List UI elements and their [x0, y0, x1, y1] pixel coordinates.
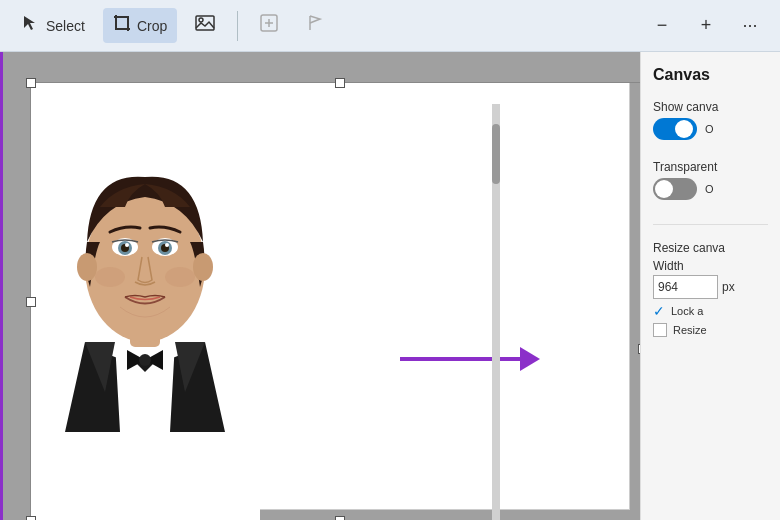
zoom-in-button[interactable]: + [688, 8, 724, 44]
select-label: Select [46, 18, 85, 34]
resize-canvas-label: Resize canva [653, 241, 768, 255]
scrollbar-thumb[interactable] [492, 124, 500, 184]
svg-point-3 [199, 18, 203, 22]
width-label: Width [653, 259, 768, 273]
zoom-in-icon: + [701, 15, 712, 36]
face-svg [45, 112, 245, 492]
show-canvas-toggle-row: O [653, 118, 768, 140]
person-image [30, 82, 260, 520]
section-divider [653, 224, 768, 225]
image-tool[interactable] [185, 8, 225, 43]
transparent-toggle-row: O [653, 178, 768, 200]
zoom-out-button[interactable]: − [644, 8, 680, 44]
arrow-head [520, 347, 540, 371]
svg-point-13 [193, 253, 213, 281]
svg-point-20 [125, 243, 129, 247]
width-input[interactable] [653, 275, 718, 299]
flag-tool[interactable] [296, 8, 334, 43]
svg-point-9 [139, 354, 151, 366]
crop-tool[interactable]: Crop [103, 8, 177, 43]
sticker-tool[interactable] [250, 8, 288, 43]
transparent-section: Transparent O [653, 160, 768, 208]
panel-title: Canvas [653, 66, 768, 84]
right-panel: Canvas Show canva O Transparent O Resize… [640, 52, 780, 520]
svg-point-23 [165, 267, 195, 287]
width-field-row: px [653, 275, 768, 299]
handle-bottom-center[interactable] [335, 516, 345, 520]
sticker-icon [260, 14, 278, 37]
arrow-container [400, 347, 540, 371]
arrow-target-handle[interactable] [638, 344, 640, 354]
toolbar: Select Crop [0, 0, 780, 52]
select-icon [22, 14, 40, 37]
width-unit: px [722, 280, 735, 294]
flag-icon [306, 14, 324, 37]
svg-rect-2 [196, 16, 214, 30]
main-area: Canvas Show canva O Transparent O Resize… [0, 52, 780, 520]
svg-point-21 [165, 243, 169, 247]
svg-rect-1 [116, 17, 128, 29]
zoom-out-icon: − [657, 15, 668, 36]
image-icon [195, 14, 215, 37]
show-canvas-label: Show canva [653, 100, 768, 114]
resize-checkbox[interactable] [653, 323, 667, 337]
show-canvas-toggle[interactable] [653, 118, 697, 140]
transparent-knob [655, 180, 673, 198]
scrollbar[interactable] [492, 104, 500, 520]
transparent-off-label: O [705, 183, 714, 195]
face-container [30, 82, 260, 520]
svg-point-12 [77, 253, 97, 281]
resize-canvas-section: Resize canva Width px ✓ Lock a Resize [653, 241, 768, 337]
more-button[interactable]: ··· [732, 8, 768, 44]
select-tool[interactable]: Select [12, 8, 95, 43]
transparent-label: Transparent [653, 160, 768, 174]
show-canvas-section: Show canva O [653, 100, 768, 148]
svg-marker-0 [24, 16, 35, 30]
show-canvas-knob [675, 120, 693, 138]
canvas-area[interactable] [0, 52, 640, 520]
crop-icon [113, 14, 131, 37]
toolbar-right: − + ··· [644, 8, 768, 44]
svg-point-22 [95, 267, 125, 287]
transparent-toggle[interactable] [653, 178, 697, 200]
show-canvas-on-label: O [705, 123, 714, 135]
resize-label-text: Resize [673, 324, 707, 336]
crop-label: Crop [137, 18, 167, 34]
lock-row: ✓ Lock a [653, 303, 768, 319]
divider-1 [237, 11, 238, 41]
check-icon: ✓ [653, 303, 665, 319]
more-icon: ··· [742, 15, 757, 36]
resize-row: Resize [653, 323, 768, 337]
arrow-line [400, 357, 520, 361]
lock-label: Lock a [671, 305, 703, 317]
